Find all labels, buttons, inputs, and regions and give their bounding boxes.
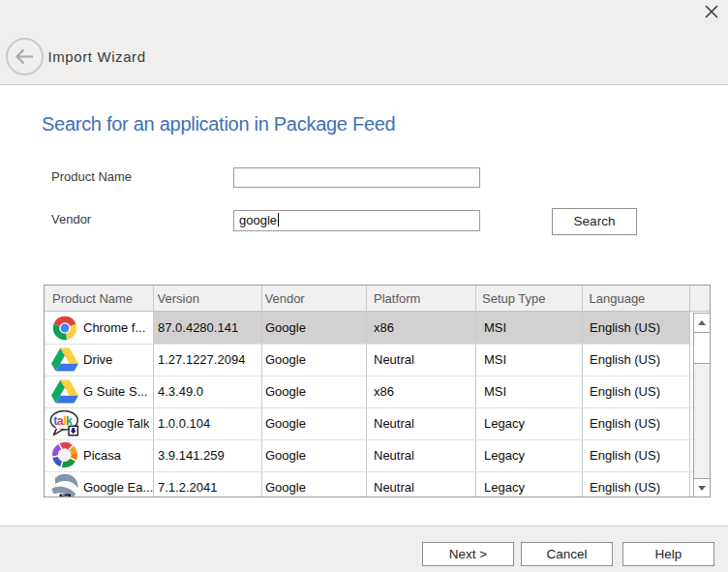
svg-text:talk: talk [53, 414, 73, 428]
svg-text:Pro: Pro [62, 495, 70, 497]
